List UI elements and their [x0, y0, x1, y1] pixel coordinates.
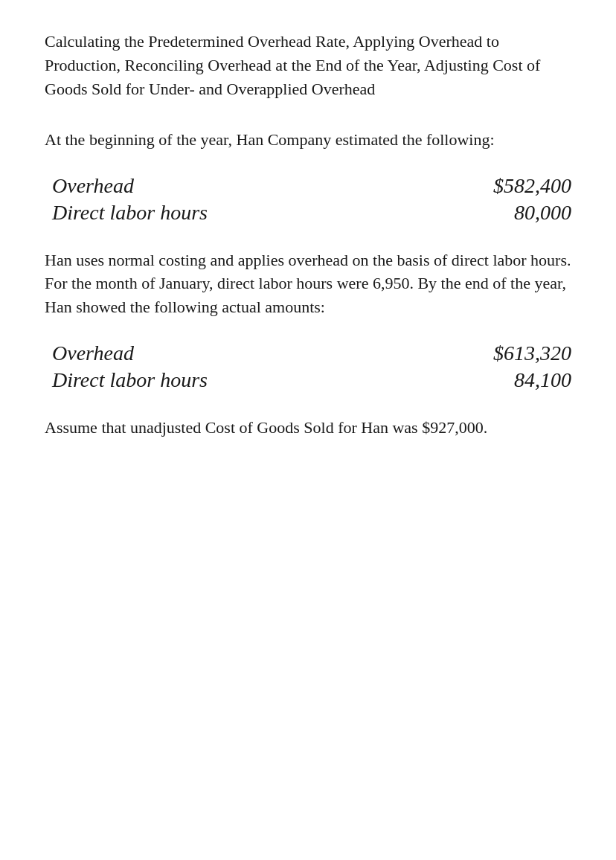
page-container: Calculating the Predetermined Overhead R…	[0, 0, 616, 860]
body-text: Han uses normal costing and applies over…	[45, 248, 571, 320]
intro-section: At the beginning of the year, Han Compan…	[45, 128, 571, 152]
actual-dlh-label: Direct labor hours	[52, 368, 208, 392]
intro-text: At the beginning of the year, Han Compan…	[45, 128, 571, 152]
assumption-text: Assume that unadjusted Cost of Goods Sol…	[45, 416, 571, 440]
estimated-dlh-row: Direct labor hours 80,000	[52, 201, 571, 225]
actual-overhead-value: $613,320	[437, 341, 571, 365]
actual-overhead-label: Overhead	[52, 341, 134, 365]
assumption-section: Assume that unadjusted Cost of Goods Sol…	[45, 416, 571, 440]
estimated-data-table: Overhead $582,400 Direct labor hours 80,…	[45, 174, 571, 225]
title-text: Calculating the Predetermined Overhead R…	[45, 30, 571, 101]
estimated-dlh-label: Direct labor hours	[52, 201, 208, 225]
body-section: Han uses normal costing and applies over…	[45, 248, 571, 320]
actual-data-table: Overhead $613,320 Direct labor hours 84,…	[45, 341, 571, 392]
estimated-dlh-value: 80,000	[437, 201, 571, 225]
estimated-overhead-label: Overhead	[52, 174, 134, 198]
actual-dlh-value: 84,100	[437, 368, 571, 392]
estimated-overhead-value: $582,400	[437, 174, 571, 198]
title-section: Calculating the Predetermined Overhead R…	[45, 30, 571, 101]
actual-overhead-row: Overhead $613,320	[52, 341, 571, 365]
estimated-overhead-row: Overhead $582,400	[52, 174, 571, 198]
actual-dlh-row: Direct labor hours 84,100	[52, 368, 571, 392]
